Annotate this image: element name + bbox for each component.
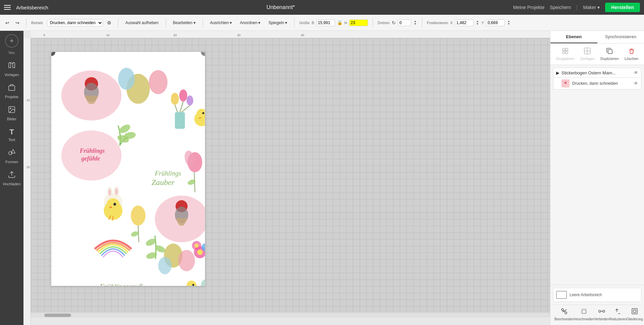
svg-point-15 — [186, 95, 193, 106]
herstellen-button[interactable]: Herstellen — [605, 3, 640, 12]
layer-item-print[interactable]: Drucken, dann schneiden 👁 — [553, 78, 641, 89]
empty-workspace-button[interactable]: Leere Arbeitsreich — [553, 288, 641, 302]
svg-line-18 — [181, 106, 190, 112]
maker-dropdown[interactable]: Maker ▾ — [583, 5, 600, 10]
layer-group-header[interactable]: ▶ Stickerbogen Ostern Mam... 👁 — [553, 68, 641, 78]
new-button[interactable]: + — [5, 34, 18, 48]
upload-label: Hochladen — [3, 182, 21, 186]
my-projects-link[interactable]: Meine Projekte — [513, 5, 544, 10]
verschneiden-tool[interactable]: Verschneiden — [574, 308, 594, 321]
menu-icon[interactable] — [4, 5, 11, 10]
bottom-tools: Beschneiden Verschneiden — [553, 305, 641, 322]
save-link[interactable]: Speichern — [550, 5, 571, 10]
divider6 — [373, 18, 373, 27]
sidebar-item-projects[interactable]: Projekte — [2, 81, 22, 102]
topbar: Arbeitsbereich Unbenannt* Meine Projekte… — [0, 0, 644, 15]
ruler-v-20: 20 — [26, 166, 30, 169]
svg-point-75 — [565, 82, 567, 84]
svg-point-41 — [113, 203, 116, 206]
svg-marker-4 — [11, 149, 15, 153]
sidebar-item-upload[interactable]: Hochladen — [2, 168, 22, 189]
sidebar-item-shapes[interactable]: Formen — [2, 146, 22, 167]
sidebar-item-templates[interactable]: Vorlagen — [2, 59, 22, 79]
rotate-down-button[interactable]: ▼ — [413, 23, 417, 25]
right-sidebar-tabs: Ebenen Synchronisieren — [550, 31, 644, 44]
layer-group-main: ▶ Stickerbogen Ostern Mam... 👁 Drucken, … — [553, 68, 641, 89]
svg-point-2 — [10, 108, 11, 109]
svg-text:gefühle: gefühle — [81, 155, 100, 162]
ruler-h-10: 10 — [106, 34, 110, 37]
verbinden-tool[interactable]: Verbinden — [594, 308, 609, 321]
gruppieren-icon — [562, 48, 569, 56]
svg-rect-66 — [566, 48, 568, 51]
templates-label: Vorlagen — [4, 73, 19, 77]
sidebar-item-images[interactable]: Bilder — [2, 103, 22, 124]
divider5 — [294, 18, 294, 27]
pos-x-down-button[interactable]: ▼ — [476, 23, 480, 25]
svg-point-14 — [179, 89, 187, 102]
scrollbar-horizontal[interactable] — [31, 312, 550, 318]
ruler-horizontal: 0 10 20 30 40 — [31, 31, 550, 38]
pos-x-input[interactable] — [455, 19, 474, 26]
svg-point-57 — [197, 250, 203, 255]
cancel-selection-button[interactable]: Auswahl aufheben — [123, 19, 161, 26]
svg-rect-84 — [633, 310, 636, 313]
undo-button[interactable]: ↩ — [3, 19, 11, 27]
rotate-group: Drehen ↻ ▲ ▼ — [378, 19, 417, 26]
project-name: Unbenannt* — [54, 4, 508, 10]
edit-button[interactable]: Bearbeiten ▾ — [171, 19, 198, 26]
align-button[interactable]: Ausrichten ▾ — [208, 19, 234, 26]
sidebar-item-text[interactable]: T Text — [2, 125, 22, 144]
duplizieren-icon — [606, 48, 613, 56]
divider4 — [203, 18, 203, 27]
design-card[interactable]: ✕ ↻ — [51, 52, 205, 286]
size-w-input[interactable] — [316, 19, 335, 26]
operation-select[interactable]: Drucken, dann schneiden — [47, 19, 103, 26]
arrange-button[interactable]: Anordnen ▾ — [237, 19, 263, 26]
duplizieren-button[interactable]: Duplizieren — [598, 46, 622, 62]
svg-text:Frühlingsgruß: Frühlingsgruß — [99, 282, 143, 286]
pos-y-spinners: ▲ ▼ — [507, 20, 511, 25]
app-title: Arbeitsbereich — [16, 5, 48, 10]
sticker-sheet-svg: Frühlings gefühle Frühlings Zauber — [51, 52, 205, 286]
mirror-chevron-icon: ▾ — [285, 20, 287, 25]
layer-thumb — [561, 79, 570, 87]
scrollbar-thumb-h[interactable] — [44, 314, 71, 317]
tab-synchronisieren[interactable]: Synchronisieren — [597, 31, 644, 43]
gliederung-tool[interactable]: Gliederung — [627, 308, 643, 321]
size-h-input[interactable] — [349, 19, 368, 26]
svg-rect-72 — [608, 50, 612, 54]
loeschen-button[interactable]: Löschen — [622, 46, 641, 62]
loeschen-icon — [628, 48, 635, 56]
pos-y-input[interactable] — [486, 19, 505, 26]
zerlegen-icon — [584, 48, 591, 56]
svg-rect-67 — [562, 51, 565, 54]
shapes-label: Formen — [5, 160, 18, 164]
svg-rect-65 — [562, 48, 565, 51]
reduzieren-tool[interactable]: Reduzieren — [609, 308, 626, 321]
beschneiden-tool[interactable]: Beschneiden — [554, 308, 574, 321]
redo-button[interactable]: ↪ — [13, 19, 21, 27]
position-group: Positionieren X ▲ ▼ Y ▲ ▼ — [427, 19, 511, 26]
svg-rect-68 — [566, 51, 568, 54]
operation-settings-button[interactable]: ⚙ — [105, 19, 113, 27]
svg-point-38 — [115, 188, 118, 195]
projects-label: Projekte — [5, 95, 18, 99]
divider1 — [26, 18, 26, 27]
gruppieren-button[interactable]: Gruppieren — [553, 46, 577, 62]
chevron-down-icon: ▾ — [597, 5, 600, 10]
zerlegen-button[interactable]: Zerlegen — [578, 46, 597, 62]
pos-y-down-button[interactable]: ▼ — [507, 23, 511, 25]
reduzieren-icon — [614, 308, 622, 317]
mirror-button[interactable]: Spiegeln ▾ — [266, 19, 289, 26]
rotate-input[interactable] — [398, 19, 411, 26]
layer-item-eye-icon[interactable]: 👁 — [634, 81, 638, 86]
layer-item-name: Drucken, dann schneiden — [572, 81, 618, 86]
tab-ebenen[interactable]: Ebenen — [550, 31, 597, 43]
svg-point-44 — [130, 231, 139, 238]
svg-point-42 — [131, 206, 146, 226]
layer-eye-icon[interactable]: 👁 — [634, 70, 638, 75]
svg-point-76 — [561, 309, 564, 311]
canvas-viewport[interactable]: ✕ ↻ — [31, 38, 550, 318]
svg-point-13 — [171, 93, 179, 105]
